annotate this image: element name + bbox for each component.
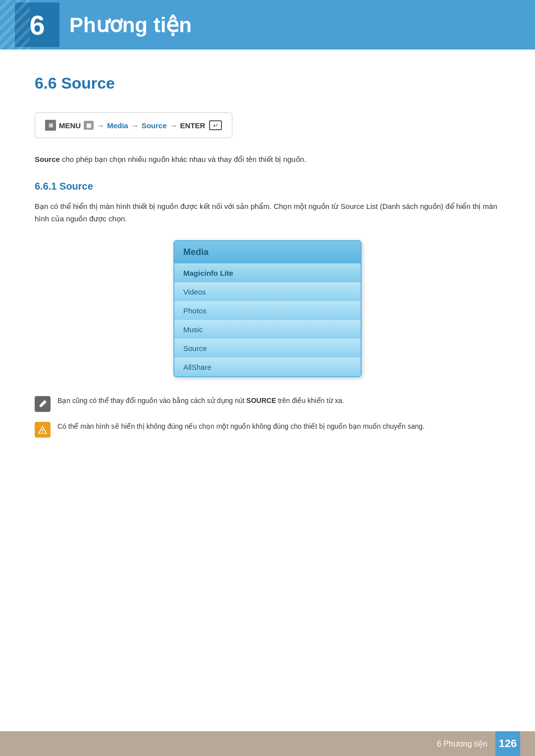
arrow2: → xyxy=(131,121,139,130)
description-paragraph: Source cho phép bạn chọn nhiều nguồn khá… xyxy=(35,153,500,166)
warning-svg xyxy=(38,425,48,435)
subsection-number: 6.6.1 xyxy=(35,181,56,192)
menu-grid-icon: ▦ xyxy=(84,121,94,130)
note-warning-text: Có thể màn hình sẽ hiển thị không đúng n… xyxy=(57,421,425,432)
menu-item-source: Source xyxy=(174,339,361,357)
menu-path-box: ⊞ MENU ▦ → Media → Source → ENTER ↵ xyxy=(35,112,232,138)
enter-icon: ↵ xyxy=(209,120,222,130)
notes-area: Bạn cũng có thể thay đổi nguồn vào bằng … xyxy=(35,395,500,438)
section-heading: 6.6 Source xyxy=(35,74,500,98)
description-bold: Source xyxy=(35,155,60,163)
chapter-header: 6 Phương tiện xyxy=(0,0,535,50)
source-item: Source xyxy=(142,121,167,130)
section-title: Source xyxy=(61,74,114,92)
note-warning: Có thể màn hình sẽ hiển thị không đúng n… xyxy=(35,421,500,438)
menu-label: MENU xyxy=(59,121,81,130)
pencil-icon xyxy=(35,396,51,412)
footer: 6 Phương tiện 126 xyxy=(0,731,535,756)
footer-section-label: 6 Phương tiện xyxy=(437,739,487,749)
media-menu-header: Media xyxy=(174,241,361,263)
subsection-title: Source xyxy=(59,181,93,192)
menu-item-allshare: AllShare xyxy=(174,357,361,376)
pencil-svg xyxy=(38,399,48,409)
note-pencil: Bạn cũng có thể thay đổi nguồn vào bằng … xyxy=(35,395,500,412)
media-menu-container: Media Magicinfo Lite Videos Photos Music… xyxy=(35,240,500,377)
sub-description: Bạn có thể hiển thị màn hình thiết bị ng… xyxy=(35,200,500,225)
chapter-title: Phương tiện xyxy=(69,13,192,37)
note-pencil-text: Bạn cũng có thể thay đổi nguồn vào bằng … xyxy=(57,395,344,406)
subsection-heading: 6.6.1 Source xyxy=(35,181,500,192)
footer-page-number: 126 xyxy=(495,731,520,756)
note1-text-before: Bạn cũng có thể thay đổi nguồn vào bằng … xyxy=(57,397,246,404)
warning-icon xyxy=(35,422,51,438)
note1-bold: SOURCE xyxy=(246,397,276,404)
note1-text-after: trên điều khiển từ xa. xyxy=(276,397,344,404)
section-number: 6.6 xyxy=(35,74,56,92)
menu-item-photos: Photos xyxy=(174,301,361,320)
media-menu: Media Magicinfo Lite Videos Photos Music… xyxy=(173,240,362,377)
diagonal-decoration xyxy=(0,0,30,50)
enter-label: ENTER xyxy=(180,121,206,130)
menu-item-videos: Videos xyxy=(174,282,361,301)
menu-item-music: Music xyxy=(174,320,361,339)
main-content: 6.6 Source ⊞ MENU ▦ → Media → Source → E… xyxy=(0,50,535,496)
media-item: Media xyxy=(107,121,128,130)
menu-item-magicinfo: Magicinfo Lite xyxy=(174,263,361,282)
arrow3: → xyxy=(170,121,177,130)
description-rest: cho phép bạn chọn nhiều nguồn khác nhau … xyxy=(60,155,306,163)
arrow1: → xyxy=(97,121,104,130)
menu-icon: ⊞ xyxy=(45,120,56,131)
